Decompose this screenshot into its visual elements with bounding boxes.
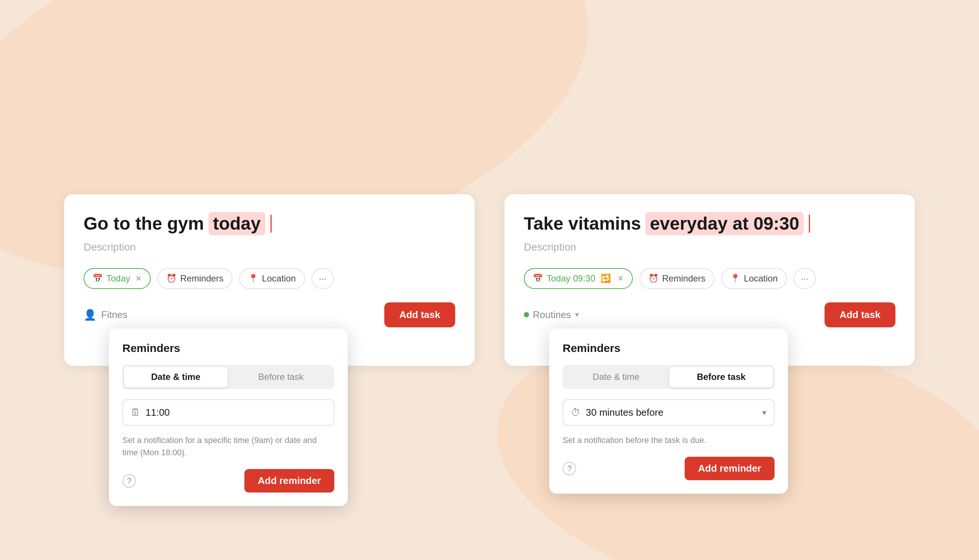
vitamins-tab-datetime[interactable]: Date & time	[564, 367, 668, 387]
calendar-icon-2: 📅	[533, 274, 543, 283]
gym-tab-datetime[interactable]: Date & time	[124, 367, 227, 387]
alarm-icon: ⏰	[166, 274, 177, 283]
vitamins-title-highlight: everyday at 09:30	[645, 212, 804, 235]
vitamins-date-close[interactable]: ✕	[618, 274, 624, 283]
vitamins-popup-footer: ? Add reminder	[563, 457, 775, 480]
gym-help-icon[interactable]: ?	[122, 474, 136, 488]
dropdown-chevron-icon: ▾	[762, 408, 766, 418]
gym-add-task-button[interactable]: Add task	[384, 302, 455, 327]
location-icon-2: 📍	[730, 274, 740, 283]
vitamins-title-cursor	[809, 215, 810, 233]
person-icon: 👤	[84, 309, 97, 321]
vitamins-add-reminder-button[interactable]: Add reminder	[685, 457, 775, 480]
gym-date-close[interactable]: ✕	[135, 274, 142, 283]
card-gym: Go to the gym today Description 📅 Today …	[64, 194, 474, 366]
vitamins-project-label: Routines ▾	[524, 309, 579, 321]
vitamins-card-bottom: Routines ▾ Add task	[524, 302, 895, 327]
vitamins-title-prefix: Take vitamins	[524, 213, 641, 235]
gym-popup-footer: ? Add reminder	[122, 469, 334, 493]
gym-card-bottom: 👤 Fitnes Add task	[84, 302, 455, 327]
vitamins-description: Description	[524, 241, 895, 253]
vitamins-tags-row: 📅 Today 09:30 🔁 ✕ ⏰ Reminders 📍 Location…	[524, 268, 895, 289]
gym-title-highlight: today	[209, 212, 265, 235]
gym-toggle-tabs: Date & time Before task	[122, 365, 334, 389]
gym-title-prefix: Go to the gym	[84, 213, 204, 235]
vitamins-dropdown-value: 30 minutes before	[586, 407, 757, 418]
dot-green-icon	[524, 312, 529, 317]
gym-reminders-label: Reminders	[180, 273, 224, 284]
chevron-down-icon: ▾	[575, 310, 579, 320]
calendar-icon: 📅	[92, 274, 103, 283]
vitamins-reminders-tag[interactable]: ⏰ Reminders	[640, 268, 715, 289]
gym-project-name: Fitnes	[101, 309, 128, 321]
gym-location-tag[interactable]: 📍 Location	[239, 268, 305, 289]
vitamins-add-task-button[interactable]: Add task	[825, 302, 895, 327]
gym-date-tag[interactable]: 📅 Today ✕	[84, 268, 151, 289]
vitamins-project-name: Routines	[533, 309, 571, 321]
gym-location-label: Location	[262, 273, 296, 284]
gym-project-label: 👤 Fitnes	[84, 309, 128, 321]
vitamins-toggle-tabs: Date & time Before task	[563, 365, 775, 389]
vitamins-dropdown[interactable]: ⏱ 30 minutes before ▾	[563, 399, 775, 426]
gym-popup-title: Reminders	[122, 342, 334, 355]
clock-calendar-icon: 🗓	[130, 407, 140, 418]
vitamins-tab-before-task[interactable]: Before task	[669, 367, 773, 387]
vitamins-date-label: Today 09:30	[546, 273, 595, 284]
card-vitamins: Take vitamins everyday at 09:30 Descript…	[505, 194, 915, 366]
vitamins-more-tag[interactable]: ···	[794, 268, 816, 289]
gym-tab-before-task[interactable]: Before task	[229, 367, 333, 387]
gym-date-label: Today	[106, 273, 130, 284]
card-gym-title: Go to the gym today	[84, 212, 455, 235]
repeat-icon: 🔁	[601, 274, 611, 283]
vitamins-date-tag[interactable]: 📅 Today 09:30 🔁 ✕	[524, 268, 633, 289]
location-icon: 📍	[248, 274, 258, 283]
vitamins-location-tag[interactable]: 📍 Location	[721, 268, 787, 289]
gym-time-input-wrap: 🗓	[122, 399, 334, 426]
gym-tags-row: 📅 Today ✕ ⏰ Reminders 📍 Location ···	[84, 268, 455, 289]
gym-description: Description	[84, 241, 455, 253]
alarm-icon-2: ⏰	[648, 274, 658, 283]
gym-title-cursor	[271, 215, 272, 233]
vitamins-popup-hint: Set a notification before the task is du…	[563, 434, 775, 446]
vitamins-popup-title: Reminders	[563, 342, 775, 355]
vitamins-reminders-label: Reminders	[662, 273, 705, 284]
gym-reminders-tag[interactable]: ⏰ Reminders	[157, 268, 232, 289]
card-vitamins-title: Take vitamins everyday at 09:30	[524, 212, 895, 235]
gym-popup-hint: Set a notification for a specific time (…	[122, 434, 334, 458]
gym-add-reminder-button[interactable]: Add reminder	[244, 469, 334, 493]
vitamins-help-icon[interactable]: ?	[563, 462, 576, 475]
vitamins-location-label: Location	[744, 273, 778, 284]
gym-reminders-popup: Reminders Date & time Before task 🗓 Set …	[109, 328, 348, 506]
clock-icon: ⏱	[571, 407, 581, 418]
gym-time-input[interactable]	[145, 407, 326, 418]
vitamins-reminders-popup: Reminders Date & time Before task ⏱ 30 m…	[549, 328, 788, 493]
gym-more-tag[interactable]: ···	[312, 268, 334, 289]
